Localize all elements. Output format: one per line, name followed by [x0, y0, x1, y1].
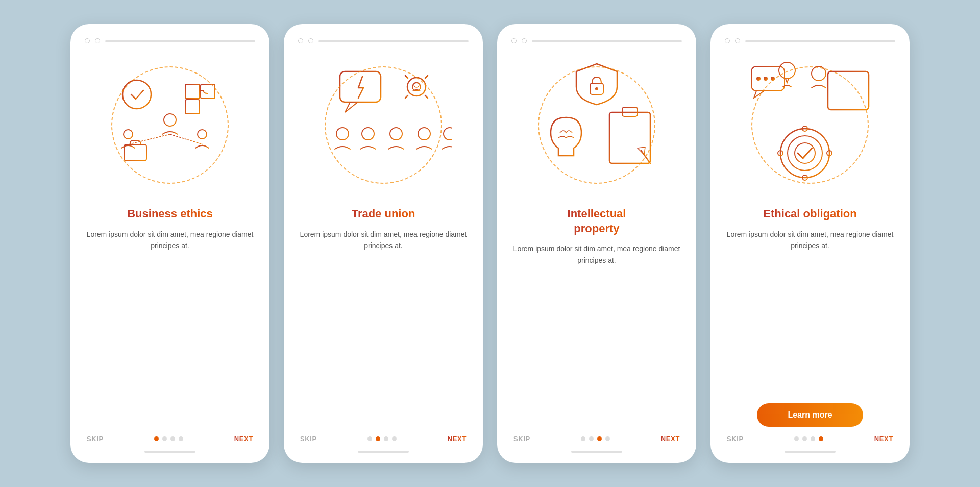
skip-button-3[interactable]: SKIP [513, 435, 530, 443]
card-title-1: Business ethics [127, 207, 213, 222]
nav-dot-2-3 [392, 436, 397, 441]
bottom-nav-2: SKIP NEXT [298, 435, 469, 443]
top-dot-6 [522, 38, 527, 43]
nav-dot-4-2 [811, 436, 815, 441]
top-bar-4 [725, 38, 895, 43]
bottom-nav-3: SKIP NEXT [511, 435, 682, 443]
next-button-1[interactable]: NEXT [234, 435, 253, 443]
nav-dot-1-1 [162, 436, 167, 441]
nav-dot-1-2 [170, 436, 175, 441]
top-bar-2 [298, 38, 469, 43]
top-line-3 [532, 40, 682, 42]
card-title-2: Trade union [352, 207, 415, 222]
top-dot-2 [95, 38, 100, 43]
cards-container: Business ethics Lorem ipsum dolor sit di… [50, 4, 930, 483]
card-body-2: Lorem ipsum dolor sit dim amet, mea regi… [298, 229, 469, 328]
nav-dot-1-3 [179, 436, 183, 441]
top-line-2 [318, 40, 469, 42]
nav-dot-1-0 [154, 436, 159, 441]
top-dot-3 [298, 38, 303, 43]
bottom-bar-2 [358, 451, 409, 453]
card-intellectual-property: Intellectual property Lorem ipsum dolor … [497, 24, 696, 463]
nav-dot-4-0 [794, 436, 799, 441]
top-dot-7 [725, 38, 730, 43]
top-dot-1 [85, 38, 90, 43]
illustration-business-ethics [93, 48, 247, 202]
card-trade-union: Trade union Lorem ipsum dolor sit dim am… [284, 24, 483, 463]
nav-dot-2-0 [368, 436, 372, 441]
top-dot-8 [735, 38, 740, 43]
illustration-trade-union [307, 48, 460, 202]
top-bar-1 [85, 38, 255, 43]
illustration-ethical-obligation [733, 48, 887, 202]
learn-more-button[interactable]: Learn more [757, 403, 863, 427]
nav-dot-3-2 [597, 436, 602, 441]
bottom-bar-1 [144, 451, 195, 453]
skip-button-1[interactable]: SKIP [87, 435, 104, 443]
skip-button-4[interactable]: SKIP [727, 435, 744, 443]
nav-dot-4-3 [819, 436, 823, 441]
skip-button-2[interactable]: SKIP [300, 435, 317, 443]
svg-line-23 [425, 76, 428, 78]
bottom-bar-3 [571, 451, 622, 453]
nav-dot-2-2 [384, 436, 388, 441]
nav-dots-4 [794, 436, 823, 441]
nav-dots-3 [581, 436, 610, 441]
illustration-intellectual-property [520, 48, 673, 202]
next-button-2[interactable]: NEXT [448, 435, 467, 443]
card-ethical-obligation: Ethical obligation Lorem ipsum dolor sit… [710, 24, 910, 463]
svg-point-50 [756, 77, 761, 81]
card-body-4: Lorem ipsum dolor sit dim amet, mea regi… [725, 229, 895, 395]
card-business-ethics: Business ethics Lorem ipsum dolor sit di… [70, 24, 270, 463]
nav-dot-4-1 [802, 436, 807, 441]
next-button-4[interactable]: NEXT [874, 435, 893, 443]
nav-dots-1 [154, 436, 183, 441]
bottom-bar-4 [785, 451, 836, 453]
top-dot-4 [308, 38, 313, 43]
svg-point-51 [764, 77, 768, 81]
card-title-3: Intellectual property [568, 207, 626, 236]
bottom-nav-4: SKIP NEXT [725, 435, 895, 443]
svg-point-35 [444, 128, 452, 140]
card-body-3: Lorem ipsum dolor sit dim amet, mea regi… [511, 243, 682, 335]
top-dot-5 [511, 38, 517, 43]
nav-dots-2 [368, 436, 397, 441]
nav-dot-3-1 [589, 436, 594, 441]
card-body-1: Lorem ipsum dolor sit dim amet, mea regi… [85, 229, 255, 328]
nav-dot-3-3 [605, 436, 610, 441]
nav-dot-3-0 [581, 436, 585, 441]
next-button-3[interactable]: NEXT [661, 435, 680, 443]
top-line-1 [105, 40, 255, 42]
top-bar-3 [511, 38, 682, 43]
top-line-4 [745, 40, 895, 42]
bottom-nav-1: SKIP NEXT [85, 435, 255, 443]
card-title-4: Ethical obligation [763, 207, 856, 222]
nav-dot-2-1 [376, 436, 380, 441]
